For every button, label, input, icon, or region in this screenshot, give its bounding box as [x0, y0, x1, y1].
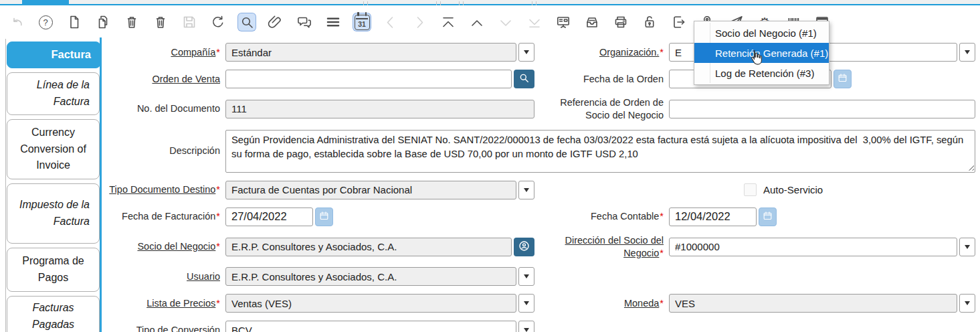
sidebar-tab-facturas-pagadas[interactable]: Facturas Pagadas [7, 296, 100, 332]
usuario-dropdown-button[interactable] [518, 267, 534, 286]
archive-icon[interactable] [583, 13, 601, 31]
invoice-form: Compañía*Organización.*Orden de VentaFec… [102, 37, 980, 332]
direccion-del-socio-del-negocio-dropdown-button[interactable] [959, 238, 975, 256]
chevron-down-icon [524, 328, 529, 332]
sidebar-tab-linea-de-la-factura[interactable]: Línea de la Factura [7, 72, 100, 115]
field-label-moneda[interactable]: Moneda [624, 298, 659, 309]
form-row: DescripciónSegún Providencia Administrat… [102, 130, 980, 173]
required-asterisk: * [660, 47, 664, 58]
field-label-fecha-de-facturacion: Fecha de Facturación [122, 211, 215, 222]
chevron-left-icon[interactable] [382, 13, 399, 31]
organizacion-dropdown-button[interactable] [959, 43, 975, 62]
lock-icon[interactable] [641, 13, 658, 31]
form-row: Usuario [102, 267, 980, 286]
orden-de-venta-lookup-button[interactable] [514, 70, 534, 88]
chevron-right-icon[interactable] [411, 13, 428, 31]
required-asterisk: * [216, 298, 220, 309]
required-asterisk: * [216, 211, 220, 222]
chevron-down-icon [965, 245, 970, 249]
sidebar-tab-currency-conversion-of-invoice[interactable]: Currency Conversion of Invoice [7, 119, 100, 179]
fecha-de-la-orden-calendar-button[interactable] [834, 70, 852, 88]
field-label-tipo-de-conversion[interactable]: Tipo de Conversión [136, 325, 220, 332]
tipo-documento-destino-input[interactable] [225, 181, 516, 199]
save-icon[interactable] [181, 13, 198, 31]
print-icon[interactable] [612, 13, 629, 31]
calendar-icon[interactable]: 31 [353, 13, 371, 31]
moneda-input[interactable] [669, 294, 957, 313]
form-row: Fecha de Facturación*Fecha Contable* [102, 208, 980, 226]
form-row: No. del DocumentoReferencia de Orden de … [102, 96, 980, 122]
tipo-de-conversion-input[interactable] [225, 321, 516, 332]
field-label-lista-de-precios[interactable]: Lista de Precios [146, 298, 215, 309]
direccion-del-socio-del-negocio-input[interactable] [669, 238, 957, 256]
tipo-documento-destino-dropdown-button[interactable] [518, 181, 534, 199]
tipo-de-conversion-dropdown-button[interactable] [518, 321, 534, 332]
orden-de-venta-input[interactable] [225, 70, 512, 88]
form-row: Orden de VentaFecha de la Orden [102, 70, 980, 88]
field-label-fecha-de-la-orden: Fecha de la Orden [583, 74, 664, 84]
moneda-dropdown-button[interactable] [959, 294, 975, 313]
context-menu-item-socio-del-negocio-1[interactable]: Socio del Negocio (#1) [694, 23, 829, 43]
attachment-icon[interactable] [267, 13, 284, 31]
fecha-de-facturacion-calendar-button[interactable] [315, 208, 333, 226]
workflow-icon[interactable] [555, 13, 572, 31]
socio-del-negocio-input[interactable] [225, 238, 512, 256]
chevron-down-icon [524, 301, 529, 305]
chevron-down-icon [524, 274, 529, 278]
field-label-tipo-documento-destino[interactable]: Tipo Documento Destino [109, 184, 215, 195]
tab-strip-tick [363, 1, 364, 5]
browser-tab-strip [0, 0, 980, 5]
refresh-icon[interactable] [209, 13, 227, 31]
export-icon[interactable] [670, 13, 687, 31]
tab-strip-tick [536, 1, 536, 5]
context-menu-item-log-de-retencion-3[interactable]: Log de Retención (#3) [694, 63, 829, 83]
field-label-compania[interactable]: Compañía [171, 47, 215, 58]
field-label-socio-del-negocio[interactable]: Socio del Negocio [137, 241, 215, 252]
compania-dropdown-button[interactable] [518, 43, 534, 62]
required-asterisk: * [660, 248, 664, 258]
tab-strip-tick [463, 1, 464, 5]
sidebar-tab-impuesto-de-la-factura[interactable]: Impuesto de la Factura [7, 183, 100, 244]
grid-toggle-icon[interactable] [324, 13, 342, 31]
tab-strip-tick [367, 1, 368, 5]
delete-selection-icon[interactable] [152, 13, 169, 31]
first-record-icon[interactable] [439, 13, 457, 31]
field-label-fecha-contable: Fecha Contable [591, 211, 659, 222]
calendar-icon [762, 210, 773, 224]
compania-input[interactable] [225, 43, 516, 62]
chat-icon[interactable] [296, 13, 313, 31]
copy-record-icon[interactable] [94, 13, 112, 31]
field-label-usuario[interactable]: Usuario [187, 271, 220, 282]
field-label-orden-de-venta[interactable]: Orden de Venta [152, 74, 220, 84]
new-record-icon[interactable] [66, 13, 83, 31]
last-record-icon[interactable] [526, 13, 543, 31]
previous-record-icon[interactable] [468, 13, 486, 31]
field-label-direccion-del-socio-del-negocio[interactable]: Dirección del Socio del Negocio [565, 235, 664, 258]
required-asterisk: * [660, 298, 664, 309]
delete-record-icon[interactable] [123, 13, 140, 31]
chevron-down-icon [965, 50, 970, 54]
lista-de-precios-input[interactable] [225, 294, 516, 313]
no-del-documento-input[interactable] [225, 100, 534, 118]
next-record-icon[interactable] [497, 13, 514, 31]
sidebar-tab-factura[interactable]: Factura [7, 42, 101, 68]
toolbar: ?31⚙ [0, 7, 980, 37]
sidebar-tab-programa-de-pagos[interactable]: Programa de Pagos [7, 248, 100, 292]
search-icon [518, 72, 530, 86]
chevron-down-icon [524, 188, 529, 192]
descripcion-textarea[interactable]: Según Providencia Administrativa del SEN… [225, 130, 975, 173]
form-row: Tipo de Conversión [102, 321, 980, 332]
referencia-de-orden-de-socio-del-negocio-input[interactable] [669, 100, 975, 118]
auto-servicio-checkbox[interactable] [744, 183, 757, 196]
field-label-organizacion[interactable]: Organización. [599, 47, 659, 58]
help-icon[interactable]: ? [37, 13, 54, 31]
fecha-contable-input[interactable] [669, 208, 757, 226]
undo-icon[interactable] [8, 13, 25, 31]
find-icon[interactable] [238, 13, 256, 31]
usuario-input[interactable] [225, 267, 516, 286]
fecha-contable-calendar-button[interactable] [759, 208, 777, 226]
socio-del-negocio-lookup-button[interactable] [514, 238, 534, 256]
lista-de-precios-dropdown-button[interactable] [518, 294, 534, 313]
chevron-down-icon [524, 50, 529, 54]
fecha-de-facturacion-input[interactable] [225, 208, 313, 226]
